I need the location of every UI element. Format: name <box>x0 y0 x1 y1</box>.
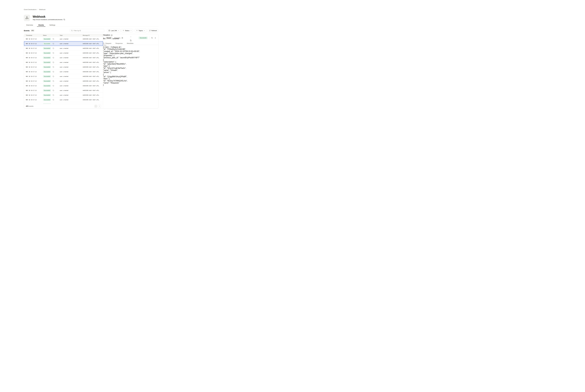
events-card: Timestamp Status Topic Message ID NOV 18… <box>24 34 158 108</box>
status-badge: Successful <box>138 36 148 39</box>
retry-icon[interactable] <box>53 38 54 40</box>
webhook-url: http://mock.hookdeck.com/webhooks/events <box>33 19 62 20</box>
column-header-topic: Topic <box>60 34 63 36</box>
tab-events[interactable]: Events <box>37 24 46 26</box>
tab-metadata[interactable]: Metadata <box>126 42 135 45</box>
next-page-button[interactable] <box>98 105 101 108</box>
events-heading: Events <box>24 30 30 32</box>
tab-request[interactable]: Request <box>104 42 112 45</box>
row-timestamp: NOV 18 10:17:22 <box>26 51 36 55</box>
close-icon[interactable] <box>154 37 156 39</box>
row-timestamp: NOV 18 10:17:22 <box>26 41 36 46</box>
webhook-avatar <box>24 15 30 21</box>
prev-page-button[interactable] <box>94 105 97 108</box>
json-line: }, <box>103 59 158 61</box>
retry-icon[interactable] <box>53 71 54 72</box>
retry-icon[interactable] <box>53 76 54 77</box>
row-timestamp: NOV 18 10:17:22 <box>26 98 36 102</box>
table-row[interactable]: NOV 18 10:17:22Successfuluser.createdb49… <box>24 74 103 79</box>
tab-overview[interactable]: Overview <box>25 24 34 26</box>
row-timestamp: NOV 18 10:17:22 <box>26 74 36 79</box>
search-input[interactable] <box>74 30 103 32</box>
table-row[interactable]: NOV 18 10:17:22Successfuluser.createdb49… <box>24 93 103 98</box>
retry-icon[interactable] <box>53 90 54 91</box>
table-row[interactable]: NOV 18 10:17:22Successfuluser.createdb49… <box>24 98 103 102</box>
breadcrumb-separator: / <box>38 9 38 10</box>
row-message-id: b4925365-b8cf-42b7-a76… <box>83 74 99 79</box>
table-row[interactable]: NOV 18 10:17:22Successfuluser.createdb49… <box>24 36 103 41</box>
row-status-badge: Successful <box>43 99 51 101</box>
json-line: "properties": { <box>103 54 158 56</box>
row-topic: user.created <box>60 74 68 79</box>
footer-event-label: events <box>29 105 34 107</box>
row-message-id: b4925365-b8cf-42b7-a76… <box>83 51 99 55</box>
time-range-button[interactable]: Last 24h <box>107 29 121 32</box>
tab-response[interactable]: Response <box>114 42 124 45</box>
table-row[interactable]: NOV 18 10:17:22Successfuluser.createdb49… <box>24 88 103 93</box>
retry-icon[interactable] <box>53 99 54 100</box>
retry-event-icon[interactable] <box>151 37 153 39</box>
json-line: "created_at": "2024-10-10T09:15:50+00:00… <box>103 50 158 52</box>
retry-icon[interactable] <box>53 80 54 82</box>
row-timestamp: NOV 18 10:17:22 <box>26 93 36 98</box>
json-lines: "id": "P2NoRtyZoTc46X3B", "created_at": … <box>103 48 158 86</box>
table-row[interactable]: NOV 18 10:17:22Successfuluser.createdb49… <box>24 84 103 88</box>
row-topic: user.created <box>60 36 68 41</box>
filter-by-id-search[interactable] <box>70 29 104 32</box>
table-row[interactable]: NOV 18 10:17:22Successfuluser.createdb49… <box>24 65 103 69</box>
filter-lines-icon <box>136 30 138 31</box>
webhook-icon <box>26 16 28 20</box>
breadcrumb-event-destinations[interactable]: Event Destinations <box>24 9 36 10</box>
table-footer: 472 events <box>24 104 103 108</box>
events-table: Timestamp Status Topic Message ID NOV 18… <box>24 34 103 108</box>
table-row[interactable]: NOV 18 10:17:22Successfuluser.createdb49… <box>24 41 103 46</box>
copy-url-icon[interactable] <box>64 19 65 20</box>
column-header-timestamp: Timestamp <box>26 34 32 36</box>
webhook-events-page: Event Destinations / Webhook Webhook htt… <box>0 0 181 117</box>
row-message-id: b4925365-b8cf-42b7-a76… <box>83 84 99 88</box>
retry-icon[interactable] <box>53 52 54 54</box>
row-topic: user.created <box>60 41 68 46</box>
json-line: "id": "P2NoRtyZoTc46X3B", <box>103 48 158 50</box>
refresh-icon <box>149 30 150 31</box>
table-row[interactable]: NOV 18 10:17:22Successfuluser.createdb49… <box>24 79 103 84</box>
row-timestamp: NOV 18 10:17:22 <box>26 79 36 84</box>
tab-settings[interactable]: Settings <box>48 24 57 26</box>
row-status-badge: Successful <box>43 85 51 87</box>
row-status-badge: Successful <box>43 61 51 64</box>
status-filter-button[interactable]: Status <box>121 29 133 32</box>
json-viewer: {1 item ↑ Collapse all ↑ "id": "P2NoRtyZ… <box>103 46 158 86</box>
retry-icon[interactable] <box>53 57 54 58</box>
breadcrumb: Event Destinations / Webhook <box>24 9 46 10</box>
row-status-badge: Successful <box>43 66 51 68</box>
retry-icon[interactable] <box>53 94 54 96</box>
row-status-badge: Successful <box>43 94 51 96</box>
row-topic: user.created <box>60 55 68 60</box>
retry-icon[interactable] <box>53 62 54 63</box>
json-line: "previous_plan_id": "aezmBVpPksWVY6FT" <box>103 56 158 59</box>
json-line: "prices": [ <box>103 71 158 74</box>
collapse-all-button[interactable]: Collapse all ↑ <box>111 46 122 48</box>
json-items-summary[interactable]: {1 item ↑ <box>103 46 110 48</box>
detail-tab-attempts[interactable]: Attempts 3 <box>114 37 123 39</box>
column-header-message-id: Message ID <box>83 34 90 36</box>
retry-icon[interactable] <box>53 85 54 86</box>
row-status-badge: Successful <box>43 75 51 78</box>
row-status-badge: Successful <box>43 47 51 49</box>
json-line: "id": "gSjvn6eQTBewNWcr", <box>103 63 158 65</box>
row-message-id: b4925365-b8cf-42b7-a76… <box>83 93 99 98</box>
retry-icon[interactable] <box>53 43 54 44</box>
table-row[interactable]: NOV 18 10:17:22Successfuluser.createdb49… <box>24 69 103 74</box>
topics-filter-button[interactable]: Topics <box>135 29 146 32</box>
table-row[interactable]: NOV 18 10:17:22Successfuluser.createdb49… <box>24 60 103 65</box>
retry-icon[interactable] <box>53 48 54 49</box>
footer-event-count: 472 <box>26 105 28 107</box>
table-row[interactable]: NOV 18 10:17:22Successfuluser.createdb49… <box>24 51 103 55</box>
retry-icon[interactable] <box>53 66 54 68</box>
refresh-button[interactable]: Refresh <box>148 29 158 32</box>
table-row[interactable]: NOV 18 10:17:22Successfuluser.createdb49… <box>24 46 103 51</box>
json-line: "id": "MJ2oy747MNQXELAo", <box>103 80 158 82</box>
table-body: NOV 18 10:17:22Successfuluser.createdb49… <box>24 36 103 107</box>
detail-tab-event[interactable]: Event <box>106 36 112 40</box>
table-row[interactable]: NOV 18 10:17:22Successfuluser.createdb49… <box>24 55 103 60</box>
